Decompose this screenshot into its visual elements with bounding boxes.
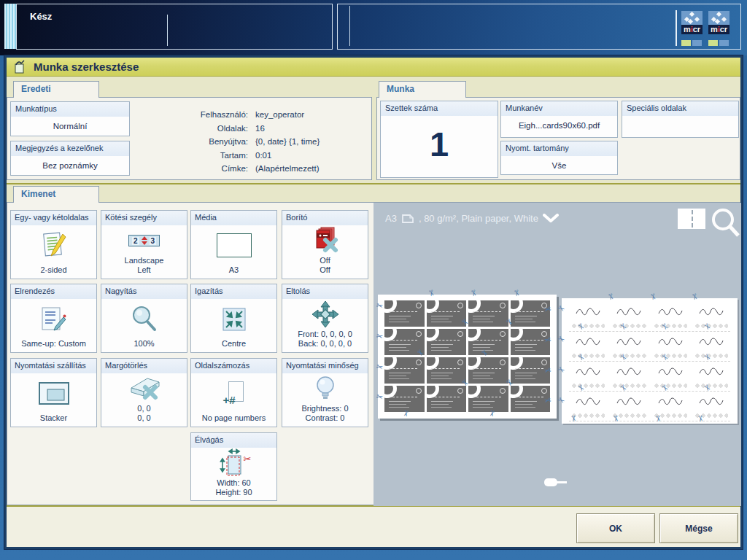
- front-card: [468, 357, 508, 384]
- paper-icon: [401, 214, 414, 224]
- front-card: [468, 300, 508, 327]
- media-selector[interactable]: A3 , 80 g/m², Plain paper, White: [385, 213, 559, 224]
- magnification-button[interactable]: Nagyítás 100%: [101, 284, 187, 353]
- media-button[interactable]: Média A3: [190, 210, 277, 279]
- scissors-mark: ✂: [606, 292, 615, 300]
- scissors-mark: ✂: [375, 362, 383, 370]
- scissors-mark: ✂: [557, 334, 566, 343]
- align-centre-icon: [222, 307, 247, 332]
- preview-front-page: ✂✂✂✂✂✂✂✂✂✂✂✂✂✂✂✂✂✂✂: [378, 295, 557, 419]
- trim-button[interactable]: Élvágás ✂ Width: 60 Height: 90: [190, 432, 277, 501]
- scissors-mark: ✂: [402, 409, 411, 417]
- micr-tray-icon[interactable]: micr: [708, 11, 729, 46]
- operator-note-header: Megjegyzés a kezelőnek: [11, 141, 129, 156]
- job-name-value: Eigh...cards90x60.pdf: [501, 116, 617, 136]
- edit-job-icon: [14, 60, 27, 74]
- tab-munka[interactable]: Munka: [379, 81, 466, 98]
- preview-back-page: ✂✂✂✂✂✂✂✂✂✂✂✂✂✂✂✂✂✂✂✂✂✂✂: [562, 298, 738, 424]
- layout-button[interactable]: Elrendezés Same-up: Custom: [10, 284, 97, 353]
- print-quality-button[interactable]: Nyomtatási minőség Brightness: 0 Contras…: [282, 358, 368, 427]
- front-card: [384, 357, 425, 384]
- alignment-button[interactable]: Igazítás Centre: [190, 284, 277, 353]
- front-card: [427, 357, 467, 384]
- media-size-label: A3: [385, 213, 397, 224]
- info-row: Tartam:0:01: [137, 149, 367, 163]
- set-count-value: 1: [381, 116, 498, 173]
- back-card: [610, 335, 648, 361]
- cover-button[interactable]: Borító Off Off: [282, 210, 368, 279]
- job-name-button[interactable]: Munkanév Eigh...cards90x60.pdf: [500, 101, 618, 138]
- zoom-icon: [130, 305, 159, 334]
- margin-erase-icon: [128, 376, 161, 402]
- special-pages-button[interactable]: Speciális oldalak: [622, 101, 739, 138]
- back-card: [569, 305, 607, 331]
- front-card: [384, 386, 425, 412]
- scissors-mark: ✂: [543, 335, 551, 344]
- ok-button[interactable]: OK: [576, 513, 655, 543]
- shift-button[interactable]: Eltolás Front: 0, 0, 0, 0 Back: 0, 0, 0,…: [282, 284, 368, 353]
- micr-label: micr: [708, 25, 729, 34]
- page-numbers-icon: +#: [222, 381, 247, 406]
- scissors-mark: ✂: [654, 415, 662, 423]
- sides-button[interactable]: Egy- vagy kétoldalas 2-sided: [10, 210, 97, 279]
- preview-zoom-button[interactable]: [709, 206, 741, 238]
- set-count-button[interactable]: Szettek száma 1: [380, 101, 498, 178]
- two-sided-icon: [41, 231, 67, 260]
- scissors-mark: ✂: [557, 395, 566, 405]
- stacker-icon: [38, 381, 70, 406]
- back-card: [569, 365, 607, 391]
- card-row: [384, 386, 550, 412]
- back-card: [610, 305, 648, 331]
- back-card: [569, 335, 607, 361]
- panel-divider: [349, 6, 350, 46]
- section-divider: [7, 183, 740, 184]
- card-row: [569, 394, 730, 421]
- scissors-mark: ✂: [543, 305, 551, 314]
- scissors-mark: ✂: [543, 366, 551, 375]
- front-card: [511, 300, 551, 327]
- striped-accent: [4, 4, 17, 49]
- cancel-button[interactable]: Mégse: [659, 513, 738, 543]
- scissors-mark: ✂: [375, 392, 383, 401]
- tab-kimenet[interactable]: Kimenet: [13, 186, 99, 203]
- scissors-mark: ✂: [427, 289, 436, 297]
- media-details-label: , 80 g/m², Plain paper, White: [419, 213, 538, 224]
- operator-note-button[interactable]: Megjegyzés a kezelőnek Bez poznámky: [10, 141, 130, 176]
- layout-icon: [39, 306, 69, 332]
- back-card: [610, 365, 648, 391]
- scissors-mark: ✂: [557, 303, 566, 313]
- job-info-list: Felhasználó:key_operator Oldalak:16 Beny…: [137, 108, 367, 176]
- media-icon: [217, 233, 252, 257]
- section-munka: Szettek száma 1 Munkanév Eigh...cards90x…: [376, 97, 740, 180]
- front-card: [468, 386, 508, 412]
- job-type-button[interactable]: Munkatípus Normální: [10, 101, 130, 136]
- scissors-mark: ✂: [375, 301, 383, 310]
- scissors-mark: ✂: [649, 292, 657, 300]
- binding-edge-button[interactable]: Kötési szegély 2 3 Landscape Left: [101, 210, 187, 279]
- page-numbering-button[interactable]: Oldalszámozás +# No page numbers: [190, 358, 277, 427]
- chevron-down-icon: [543, 214, 559, 223]
- info-row: Benyújtva:{0, date} {1, time}: [137, 135, 367, 149]
- micr-status-chips: [708, 40, 729, 46]
- scissors-mark: ✂: [375, 332, 383, 341]
- job-type-value: Normální: [11, 117, 129, 136]
- job-type-header: Munkatípus: [11, 102, 129, 117]
- scissors-mark: ✂: [691, 292, 700, 300]
- tab-eredeti[interactable]: Eredeti: [13, 81, 99, 98]
- scissors-mark: ✂: [487, 409, 496, 417]
- delivery-button[interactable]: Nyomtatási szállítás Stacker: [10, 358, 97, 427]
- micr-tray-icon[interactable]: micr: [681, 11, 703, 46]
- spread-view-toggle[interactable]: [678, 209, 705, 229]
- front-card: [427, 386, 467, 412]
- margin-erase-button[interactable]: Margótörlés 0, 0 0, 0: [101, 358, 187, 427]
- lightbulb-icon: [314, 375, 336, 402]
- scissors-mark: ✂: [570, 415, 578, 423]
- card-row: [384, 329, 550, 355]
- front-card: [384, 300, 425, 327]
- status-panel: Kész: [16, 4, 333, 50]
- print-range-button[interactable]: Nyomt. tartomány Vše: [500, 141, 618, 175]
- status-text: Kész: [30, 11, 52, 22]
- section-kimenet: Egy- vagy kétoldalas 2-sided Kötési szeg…: [7, 202, 740, 505]
- binding-edge-icon: 2 3: [128, 235, 160, 246]
- trim-icon: ✂: [218, 448, 250, 478]
